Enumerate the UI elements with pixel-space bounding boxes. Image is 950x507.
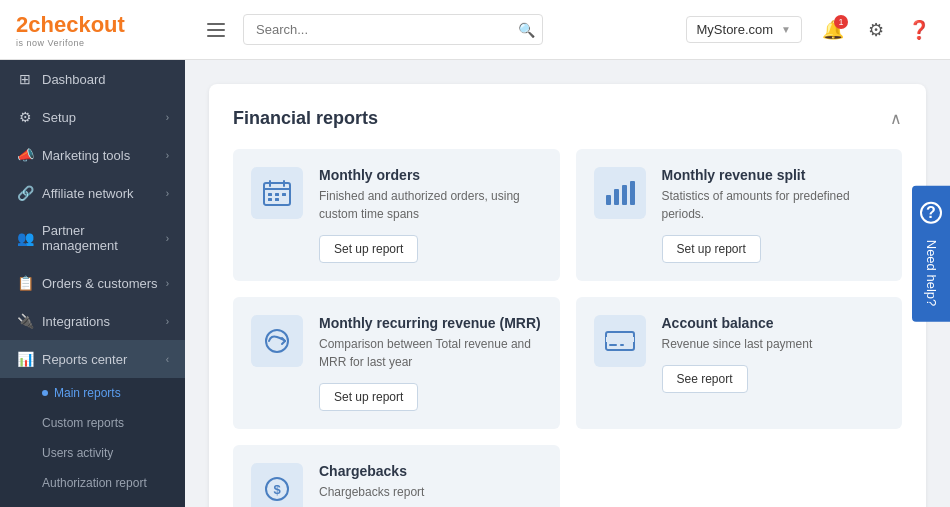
logo: 2checkout is now Verifone	[16, 12, 125, 48]
reports-grid: Monthly orders Finished and authorized o…	[233, 149, 902, 507]
sidebar-item-dashboard[interactable]: ⊞ Dashboard	[0, 60, 185, 98]
section-title: Financial reports	[233, 108, 378, 129]
report-title: Monthly orders	[319, 167, 542, 183]
settings-button[interactable]: ⚙	[864, 15, 888, 45]
see-report-btn-account-balance[interactable]: See report	[662, 365, 748, 393]
report-card-account-balance: Account balance Revenue since last payme…	[576, 297, 903, 429]
topbar: 2checkout is now Verifone 🔍 MyStore.com …	[0, 0, 950, 60]
report-info-chargebacks: Chargebacks Chargebacks report Set up re…	[319, 463, 542, 507]
help-question-mark: ?	[920, 201, 942, 223]
sidebar-item-label: Orders & customers	[42, 276, 158, 291]
partner-icon: 👥	[16, 230, 34, 246]
monthly-orders-icon	[251, 167, 303, 219]
report-desc: Comparison between Total revenue and MRR…	[319, 335, 542, 371]
account-balance-icon	[594, 315, 646, 367]
search-input[interactable]	[243, 14, 543, 45]
svg-rect-9	[606, 195, 611, 205]
sidebar: ⊞ Dashboard ⚙ Setup › 📣 Marketing tools …	[0, 60, 185, 507]
help-label: Need help?	[924, 239, 939, 306]
svg-rect-8	[275, 198, 279, 201]
dashboard-icon: ⊞	[16, 71, 34, 87]
svg-rect-4	[268, 193, 272, 196]
main-content: Financial reports ∧	[185, 60, 950, 507]
chevron-right-icon: ›	[166, 112, 169, 123]
chevron-right-icon: ›	[166, 233, 169, 244]
layout: ⊞ Dashboard ⚙ Setup › 📣 Marketing tools …	[0, 60, 950, 507]
sidebar-sub-item-custom-reports[interactable]: Custom reports	[0, 408, 185, 438]
chevron-right-icon: ›	[166, 188, 169, 199]
affiliate-icon: 🔗	[16, 185, 34, 201]
sidebar-item-affiliate-network[interactable]: 🔗 Affiliate network ›	[0, 174, 185, 212]
svg-text:$: $	[273, 482, 281, 497]
report-title: Monthly recurring revenue (MRR)	[319, 315, 542, 331]
sidebar-item-label: Marketing tools	[42, 148, 158, 163]
setup-report-btn-mrr[interactable]: Set up report	[319, 383, 418, 411]
logo-suffix: checkout	[28, 12, 125, 37]
svg-rect-5	[275, 193, 279, 196]
report-card-chargebacks: $ Chargebacks Chargebacks report Set up …	[233, 445, 560, 507]
sidebar-item-label: Integrations	[42, 314, 158, 329]
sidebar-sub-item-main-reports[interactable]: Main reports	[0, 378, 185, 408]
hamburger-line-1	[207, 23, 225, 25]
sidebar-item-reports-center[interactable]: 📊 Reports center ‹	[0, 340, 185, 378]
report-info-monthly-orders: Monthly orders Finished and authorized o…	[319, 167, 542, 263]
sidebar-sub-item-users-activity[interactable]: Users activity	[0, 438, 185, 468]
sidebar-sub-item-authorization-report[interactable]: Authorization report	[0, 468, 185, 498]
report-info-mrr: Monthly recurring revenue (MRR) Comparis…	[319, 315, 542, 411]
sidebar-item-label: Partner management	[42, 223, 158, 253]
logo-text: 2checkout	[16, 12, 125, 38]
svg-rect-10	[614, 189, 619, 205]
svg-rect-16	[609, 344, 617, 346]
chevron-right-icon: ›	[166, 316, 169, 327]
report-info-monthly-revenue-split: Monthly revenue split Statistics of amou…	[662, 167, 885, 263]
mrr-icon	[251, 315, 303, 367]
sidebar-item-integrations[interactable]: 🔌 Integrations ›	[0, 302, 185, 340]
orders-icon: 📋	[16, 275, 34, 291]
report-title: Chargebacks	[319, 463, 542, 479]
notifications-button[interactable]: 🔔 1	[818, 15, 848, 45]
sidebar-item-setup[interactable]: ⚙ Setup ›	[0, 98, 185, 136]
sidebar-item-label: Reports center	[42, 352, 158, 367]
setup-report-btn-monthly-orders[interactable]: Set up report	[319, 235, 418, 263]
report-card-monthly-revenue-split: Monthly revenue split Statistics of amou…	[576, 149, 903, 281]
help-tab[interactable]: ? Need help?	[912, 185, 950, 322]
hamburger-button[interactable]	[201, 17, 231, 43]
report-desc: Revenue since last payment	[662, 335, 885, 353]
report-title: Account balance	[662, 315, 885, 331]
search-wrap: 🔍	[243, 14, 543, 45]
store-name: MyStore.com	[697, 22, 774, 37]
sidebar-item-label: Setup	[42, 110, 158, 125]
financial-reports-section: Financial reports ∧	[209, 84, 926, 507]
svg-rect-6	[282, 193, 286, 196]
sidebar-item-label: Dashboard	[42, 72, 169, 87]
section-header: Financial reports ∧	[233, 108, 902, 129]
search-icon: 🔍	[518, 22, 535, 38]
report-card-monthly-orders: Monthly orders Finished and authorized o…	[233, 149, 560, 281]
hamburger-line-3	[207, 35, 225, 37]
svg-rect-17	[620, 344, 624, 346]
sub-item-label: Custom reports	[42, 416, 124, 430]
chevron-right-icon: ›	[166, 150, 169, 161]
sidebar-item-marketing-tools[interactable]: 📣 Marketing tools ›	[0, 136, 185, 174]
setup-report-btn-monthly-revenue[interactable]: Set up report	[662, 235, 761, 263]
svg-rect-7	[268, 198, 272, 201]
report-title: Monthly revenue split	[662, 167, 885, 183]
sub-item-label: Main reports	[54, 386, 121, 400]
chevron-right-icon: ›	[166, 278, 169, 289]
reports-sub-menu: Main reports Custom reports Users activi…	[0, 378, 185, 507]
logo-prefix: 2	[16, 12, 28, 37]
logo-area: 2checkout is now Verifone	[16, 12, 201, 48]
sidebar-item-partner-management[interactable]: 👥 Partner management ›	[0, 212, 185, 264]
hamburger-line-2	[207, 29, 225, 31]
sub-item-label: Users activity	[42, 446, 113, 460]
monthly-revenue-icon	[594, 167, 646, 219]
store-selector[interactable]: MyStore.com ▼	[686, 16, 802, 43]
sidebar-sub-item-api-webhooks[interactable]: API & Webhooks	[0, 498, 185, 507]
collapse-button[interactable]: ∧	[890, 109, 902, 128]
marketing-icon: 📣	[16, 147, 34, 163]
store-chevron-icon: ▼	[781, 24, 791, 35]
sidebar-item-orders-customers[interactable]: 📋 Orders & customers ›	[0, 264, 185, 302]
help-button[interactable]: ❓	[904, 15, 934, 45]
report-desc: Chargebacks report	[319, 483, 542, 501]
svg-rect-15	[606, 337, 634, 342]
